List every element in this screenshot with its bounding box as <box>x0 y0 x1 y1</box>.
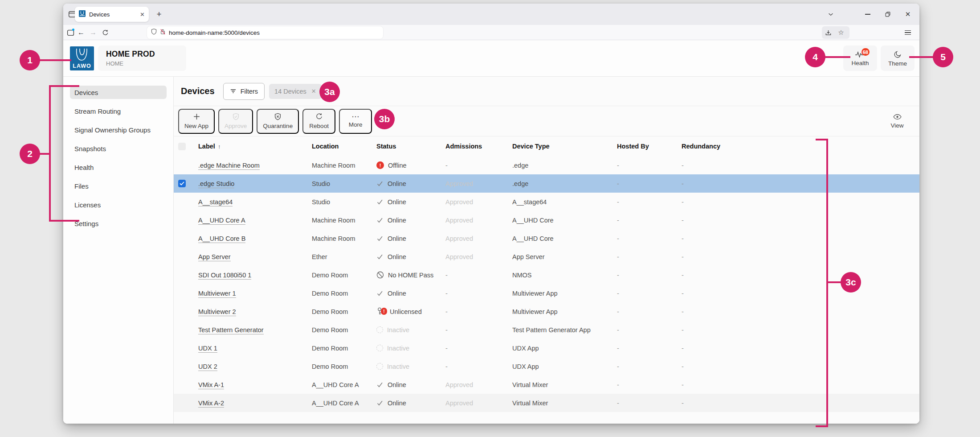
filter-chip[interactable]: 14 Devices ✕ <box>269 84 322 99</box>
device-admissions: - <box>445 326 512 334</box>
table-row[interactable]: App ServerEtherOnlineApprovedApp Server-… <box>174 247 919 266</box>
callout-line-5 <box>909 56 934 58</box>
device-type: UDX App <box>512 345 617 352</box>
sidebar-item-health[interactable]: Health <box>70 161 167 174</box>
sidebar-item-files[interactable]: Files <box>70 179 167 193</box>
device-label-link[interactable]: Multiviewer 1 <box>198 290 236 298</box>
table-row[interactable]: VMix A-2A__UHD Core AOnlineApprovedVirtu… <box>174 394 919 412</box>
tab-close-icon[interactable]: ✕ <box>140 12 145 17</box>
device-hosted-by: - <box>617 235 682 242</box>
save-page-icon[interactable] <box>822 25 834 40</box>
reboot-icon <box>315 113 323 120</box>
bookmark-star-icon[interactable]: ☆ <box>835 25 847 40</box>
device-label-link[interactable]: UDX 1 <box>198 345 217 353</box>
table-row[interactable]: SDI Out 1080i50 1Demo RoomNo HOME Pass-N… <box>174 266 919 284</box>
column-header-hosted-by[interactable]: Hosted By <box>617 143 682 150</box>
window-minimize-button[interactable] <box>859 4 877 25</box>
device-admissions: Approved <box>445 253 512 260</box>
sidebar-item-signal-ownership-groups[interactable]: Signal Ownership Groups <box>70 123 167 136</box>
row-checkbox[interactable] <box>178 180 186 187</box>
more-button[interactable]: ⋯ More <box>339 109 372 134</box>
view-button[interactable]: View <box>883 109 911 134</box>
table-row[interactable]: Multiviewer 2Demo Room!Unlicensed-Multiv… <box>174 302 919 321</box>
device-label-link[interactable]: VMix A-1 <box>198 381 224 389</box>
column-header-admissions[interactable]: Admissions <box>445 143 512 150</box>
device-hosted-by: - <box>617 180 682 187</box>
new-app-button[interactable]: New App <box>178 109 215 134</box>
table-row[interactable]: UDX 1Demo RoomInactive-UDX App-- <box>174 339 919 357</box>
chip-close-icon[interactable]: ✕ <box>311 88 316 95</box>
table-row[interactable]: A__UHD Core AMachine RoomOnlineApprovedA… <box>174 211 919 229</box>
device-label-link[interactable]: App Server <box>198 253 231 261</box>
shield-icon[interactable] <box>151 29 157 37</box>
approve-button[interactable]: Approve <box>218 109 253 134</box>
device-admissions: - <box>445 162 512 169</box>
check-icon <box>376 217 384 223</box>
device-label-link[interactable]: UDX 2 <box>198 363 217 371</box>
device-type: .edge <box>512 162 617 169</box>
health-button[interactable]: 68 Health <box>843 45 877 71</box>
device-label-link[interactable]: .edge Studio <box>198 180 234 188</box>
device-hosted-by: - <box>617 162 682 169</box>
device-label-link[interactable]: A__stage64 <box>198 198 233 206</box>
sidebar-item-settings[interactable]: Settings <box>70 217 167 230</box>
new-tab-button[interactable]: + <box>153 8 165 20</box>
browser-tab[interactable]: Devices ✕ <box>75 7 149 22</box>
plus-icon <box>193 113 200 120</box>
select-all-checkbox[interactable] <box>178 143 186 150</box>
callout-line-4 <box>825 56 850 58</box>
device-label-link[interactable]: SDI Out 1080i50 1 <box>198 272 251 280</box>
device-label-link[interactable]: Test Pattern Generator <box>198 326 264 334</box>
device-label-link[interactable]: VMix A-2 <box>198 400 224 408</box>
table-row[interactable]: Multiviewer 1Demo RoomOnline-Multiviewer… <box>174 284 919 302</box>
filters-button[interactable]: Filters <box>223 83 265 100</box>
table-row[interactable]: UDX 2Demo RoomInactive-UDX App-- <box>174 357 919 375</box>
sidebar-item-label: Licenses <box>74 201 101 209</box>
device-redundancy: - <box>682 290 919 297</box>
insecure-lock-icon[interactable] <box>160 29 166 37</box>
window-restore-button[interactable] <box>879 4 897 25</box>
device-location: Machine Room <box>312 217 376 224</box>
device-type: A__stage64 <box>512 198 617 206</box>
sidebar-item-snapshots[interactable]: Snapshots <box>70 142 167 155</box>
page-title-bar: Devices Filters 14 Devices ✕ <box>174 77 919 106</box>
table-row[interactable]: A__stage64StudioOnlineApprovedA__stage64… <box>174 193 919 211</box>
back-icon[interactable]: ← <box>75 25 87 40</box>
column-header-status[interactable]: Status <box>376 143 445 150</box>
table-row[interactable]: VMix A-1A__UHD Core AOnlineApprovedVirtu… <box>174 375 919 394</box>
reload-icon[interactable] <box>99 25 111 40</box>
device-label-link[interactable]: Multiviewer 2 <box>198 308 236 316</box>
sidebar-item-stream-routing[interactable]: Stream Routing <box>70 104 167 118</box>
table-row[interactable]: .edge Machine RoomMachine Room!Offline-.… <box>174 156 919 174</box>
device-hosted-by: - <box>617 198 682 206</box>
device-status-text: Online <box>388 235 406 242</box>
url-bar[interactable]: home-domain-name:5000/devices <box>147 26 383 39</box>
device-redundancy: - <box>682 198 919 206</box>
theme-button[interactable]: Theme <box>881 45 915 71</box>
table-row[interactable]: Test Pattern GeneratorDemo RoomInactive-… <box>174 321 919 339</box>
sidebar-item-devices[interactable]: Devices <box>70 86 167 99</box>
window-close-button[interactable]: ✕ <box>899 4 917 25</box>
column-header-label[interactable]: Label↑ <box>194 143 312 150</box>
sort-ascending-icon: ↑ <box>218 143 221 150</box>
quarantine-button[interactable]: Quarantine <box>257 109 299 134</box>
column-header-device-type[interactable]: Device Type <box>512 143 617 150</box>
device-status: Inactive <box>376 326 445 334</box>
list-all-tabs-icon[interactable] <box>822 4 840 25</box>
sidebar-item-licenses[interactable]: Licenses <box>70 198 167 211</box>
device-label-link[interactable]: .edge Machine Room <box>198 162 260 170</box>
reboot-button[interactable]: Reboot <box>302 109 335 134</box>
hamburger-menu-icon[interactable] <box>902 25 914 40</box>
device-label-link[interactable]: A__UHD Core A <box>198 217 245 225</box>
firefox-view-icon[interactable] <box>65 25 76 40</box>
column-header-location[interactable]: Location <box>312 143 376 150</box>
device-status: !Unlicensed <box>376 307 445 316</box>
device-status: Online <box>376 381 445 388</box>
column-header-redundancy[interactable]: Redundancy <box>682 143 919 150</box>
table-row[interactable]: A__UHD Core BMachine RoomOnlineApprovedA… <box>174 229 919 247</box>
callout-bracket-3c-top <box>816 139 828 140</box>
shield-x-icon <box>274 113 282 120</box>
device-label-link[interactable]: A__UHD Core B <box>198 235 245 243</box>
table-row[interactable]: .edge StudioStudioOnlineApproved.edge-- <box>174 174 919 193</box>
forward-icon[interactable]: → <box>87 25 99 40</box>
